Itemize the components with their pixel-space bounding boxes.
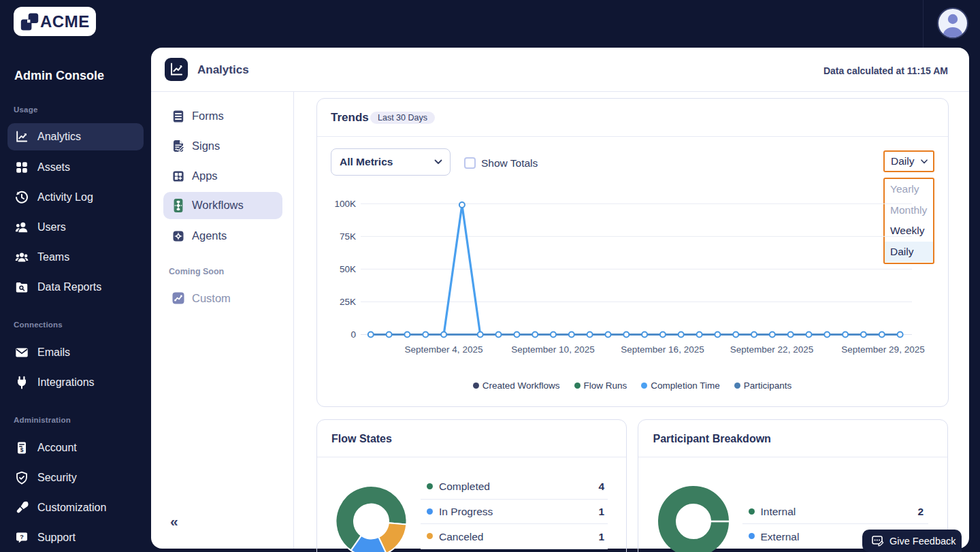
svg-text:25K: 25K (340, 297, 356, 307)
svg-text:100K: 100K (334, 199, 356, 209)
svg-text:September 10, 2025: September 10, 2025 (511, 344, 594, 355)
svg-text:September 16, 2025: September 16, 2025 (621, 344, 704, 355)
svg-text:September 22, 2025: September 22, 2025 (730, 344, 813, 355)
svg-text:50K: 50K (340, 264, 356, 274)
svg-text:September 4, 2025: September 4, 2025 (405, 344, 483, 355)
svg-text:September 29, 2025: September 29, 2025 (841, 344, 924, 355)
svg-text:75K: 75K (340, 231, 356, 242)
svg-text:0: 0 (350, 329, 356, 340)
